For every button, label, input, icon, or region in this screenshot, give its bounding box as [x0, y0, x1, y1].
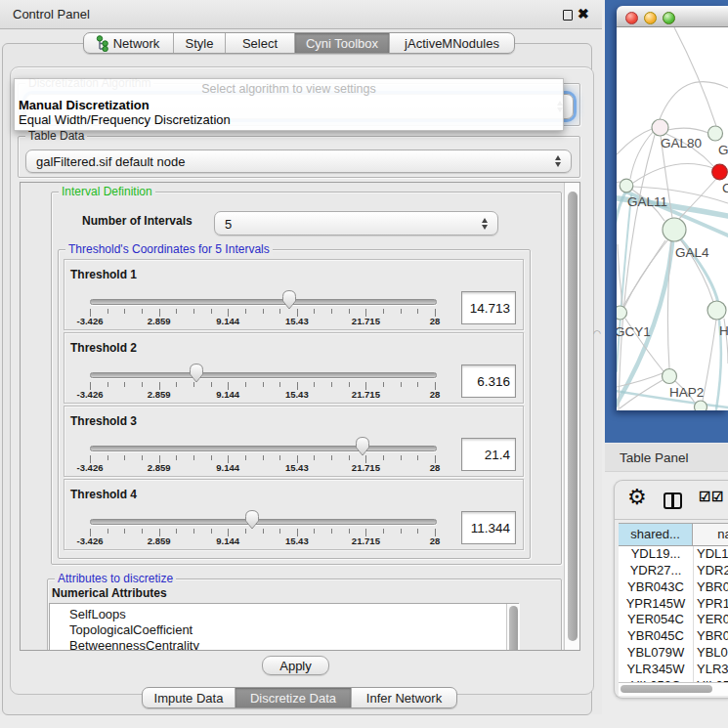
table-cell: YDR277C	[693, 563, 728, 579]
table-row[interactable]: YDR27...YDR277C	[619, 563, 728, 579]
slider-tick	[331, 529, 332, 534]
network-edge[interactable]	[617, 129, 652, 154]
zoom-traffic-light-icon[interactable]	[663, 12, 675, 24]
network-node-gal11[interactable]	[620, 179, 633, 193]
slider-tick	[383, 309, 384, 314]
table-row[interactable]: YDL19...YDL194W	[619, 546, 728, 563]
slider-track[interactable]	[90, 372, 437, 378]
threshold-value-field[interactable]: 14.713	[461, 291, 516, 324]
checkbox-icon[interactable]: ☑	[711, 489, 724, 504]
slider-track[interactable]	[90, 519, 437, 525]
slider-tick-label: 21.715	[352, 316, 380, 326]
network-node-red-node[interactable]	[712, 164, 728, 180]
tab-label: Impute Data	[154, 691, 224, 706]
slider-tick	[142, 455, 143, 460]
slider-tick	[279, 455, 280, 460]
slider-tick	[107, 309, 108, 314]
minimize-traffic-light-icon[interactable]	[644, 12, 657, 24]
table-toolbar: ⚙ ☑ ☑	[615, 481, 728, 519]
popup-option[interactable]: Equal Width/Frequency Discretization	[19, 112, 231, 127]
slider-tick	[279, 529, 280, 534]
panel-divider-grip[interactable]: ◠	[593, 328, 599, 338]
column-header[interactable]: shared...	[619, 524, 693, 545]
network-node-gal-clipped[interactable]	[708, 126, 723, 141]
column-header[interactable]: name	[693, 524, 728, 545]
threshold-value-field[interactable]: 6.316	[461, 364, 516, 398]
slider-tick	[124, 382, 125, 387]
slider-tick-label: 21.715	[352, 462, 380, 473]
scrollbar-thumb[interactable]	[621, 685, 712, 693]
table-cell: YPR145W	[619, 596, 693, 613]
scrollbar-thumb[interactable]	[568, 192, 578, 641]
number-of-intervals-label: Number of Intervals	[82, 214, 193, 228]
tab-impute-data[interactable]: Impute Data	[143, 688, 236, 707]
slider-tick	[401, 382, 402, 387]
list-item[interactable]: TopologicalCoefficient	[50, 622, 518, 638]
table-row[interactable]: YBL079WYBL079W	[619, 645, 728, 662]
scrollbar-thumb[interactable]	[509, 606, 518, 651]
number-of-intervals-combobox[interactable]: 5	[214, 211, 498, 236]
threshold-value-field[interactable]: 11.344	[461, 511, 516, 544]
apply-button[interactable]: Apply	[262, 656, 329, 675]
slider-tick	[211, 382, 212, 387]
list-vertical-scrollbar[interactable]	[506, 604, 520, 651]
network-edge[interactable]	[630, 131, 654, 179]
group-title: Attributes to discretize	[55, 573, 176, 585]
table-row[interactable]: YBR043CYBR043C	[619, 579, 728, 596]
threshold-value: 6.316	[477, 374, 510, 389]
slider-tick	[331, 382, 332, 387]
tab-infer-network[interactable]: Infer Network	[352, 688, 456, 707]
network-node-label: GCY1	[617, 324, 651, 339]
table-row[interactable]: YLR345WYLR345W	[619, 662, 728, 678]
network-canvas[interactable]: GAL80GACGAL11GAL4GCY1HHAP2	[617, 27, 728, 410]
close-traffic-light-icon[interactable]	[625, 12, 638, 24]
slider-tick-label: 28	[430, 316, 441, 326]
slider-tick	[193, 529, 194, 534]
network-node-gal80[interactable]	[652, 119, 668, 136]
network-edge[interactable]	[617, 373, 663, 387]
slider-tick	[263, 529, 264, 534]
network-edge[interactable]	[660, 82, 728, 119]
list-item[interactable]: SelfLoops	[50, 607, 518, 622]
slider-track[interactable]	[90, 299, 437, 305]
table-row[interactable]: YPR145WYPR145W	[619, 596, 728, 613]
slider-thumb[interactable]	[354, 436, 370, 457]
attribute-list[interactable]: SelfLoopsTopologicalCoefficientBetweenne…	[49, 603, 519, 651]
slider-tick-label: 2.859	[148, 389, 171, 400]
network-node-gcy1[interactable]	[617, 306, 627, 320]
network-edge[interactable]	[667, 128, 708, 133]
slider-tick	[417, 309, 418, 314]
threshold-panel: Threshold 2-3.4262.8599.14415.4321.71528…	[64, 332, 524, 404]
slider-tick-label: 15.43	[285, 535, 309, 546]
network-node-edge-node[interactable]	[695, 401, 707, 410]
checkbox-icon[interactable]: ☑	[699, 489, 711, 504]
table-row[interactable]: YBR045CYBR045C	[619, 628, 728, 645]
network-edge[interactable]	[618, 244, 622, 305]
network-node-gal4[interactable]	[663, 218, 686, 241]
network-edge[interactable]	[617, 195, 631, 371]
table-row[interactable]: YER054CYER054C	[619, 612, 728, 628]
network-node-label: GA	[718, 143, 728, 157]
split-view-icon[interactable]	[664, 492, 682, 509]
threshold-panel: Threshold 1-3.4262.8599.14415.4321.71528…	[64, 259, 524, 330]
network-node-h-clipped[interactable]	[707, 301, 726, 320]
slider-tick	[176, 455, 177, 460]
network-edge[interactable]	[674, 27, 716, 126]
slider-thumb[interactable]	[243, 509, 260, 531]
table-data-combobox[interactable]: galFiltered.sif default node	[25, 150, 572, 173]
network-node-hap2[interactable]	[663, 369, 677, 384]
vertical-scrollbar[interactable]	[564, 183, 580, 650]
popup-option[interactable]: Manual Discretization	[19, 98, 150, 112]
slider-tick	[263, 455, 264, 460]
slider-thumb-shape	[356, 438, 368, 456]
network-edge[interactable]	[703, 320, 716, 401]
table-horizontal-scrollbar[interactable]	[619, 682, 728, 696]
slider-thumb[interactable]	[280, 289, 297, 311]
slider-tick	[349, 529, 350, 534]
slider-track[interactable]	[90, 446, 437, 451]
gear-icon[interactable]: ⚙	[627, 485, 647, 510]
tab-discretize-data[interactable]: Discretize Data	[236, 688, 352, 707]
threshold-value-field[interactable]: 21.4	[461, 438, 516, 471]
slider-thumb[interactable]	[189, 363, 205, 384]
list-item[interactable]: BetweennessCentrality	[50, 638, 518, 651]
